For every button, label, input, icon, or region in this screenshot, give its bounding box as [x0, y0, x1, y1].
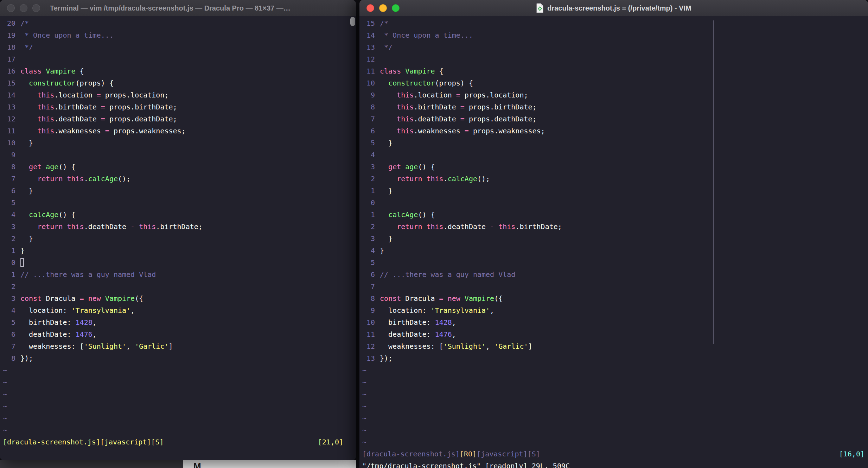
code-line[interactable]: 6// ...there was a guy named Vlad — [359, 268, 868, 280]
code-line[interactable]: 8 get age() { — [0, 161, 356, 173]
scrollbar-thumb[interactable] — [350, 17, 355, 26]
code-text: constructor(props) { — [375, 77, 473, 89]
code-line[interactable]: 0 — [0, 257, 356, 268]
terminal-titlebar[interactable]: Terminal — vim /tmp/dracula-screenshot.j… — [0, 0, 356, 16]
code-text: get age() { — [375, 161, 435, 173]
code-line[interactable]: 9 location: 'Transylvania', — [359, 304, 868, 316]
line-number: 7 — [0, 173, 15, 185]
line-number: 4 — [0, 209, 15, 221]
window-title: dracula-screenshot.js = (/private/tmp) -… — [547, 4, 691, 12]
code-line[interactable]: 7 — [359, 280, 868, 292]
code-line[interactable]: 20/* — [0, 17, 356, 29]
code-line[interactable]: 3const Dracula = new Vampire({ — [0, 292, 356, 304]
code-text: this.weaknesses = props.weaknesses; — [15, 125, 186, 137]
code-lines: 20/*19 * Once upon a time...18 */1716cla… — [0, 17, 356, 436]
line-number: 7 — [359, 280, 375, 292]
code-line[interactable]: 14 this.location = props.location; — [0, 89, 356, 101]
code-line[interactable]: 5 } — [359, 137, 868, 149]
code-text: calcAge() { — [15, 209, 76, 221]
code-line[interactable]: 9 this.location = props.location; — [359, 89, 868, 101]
code-line[interactable]: 12 this.deathDate = props.deathDate; — [0, 113, 356, 125]
code-line[interactable]: 4 calcAge() { — [0, 209, 356, 221]
code-line[interactable]: 17 — [0, 53, 356, 65]
code-line[interactable]: 5 — [0, 197, 356, 209]
terminal-window: Terminal — vim /tmp/dracula-screenshot.j… — [0, 0, 356, 460]
code-line[interactable]: 16class Vampire { — [0, 65, 356, 77]
code-line[interactable]: 11 this.weaknesses = props.weaknesses; — [0, 125, 356, 137]
code-line[interactable]: 3 return this.deathDate - this.birthDate… — [0, 221, 356, 233]
code-line[interactable]: 1} — [0, 245, 356, 257]
status-segment: [dracula-screenshot.js] — [362, 450, 460, 458]
code-line[interactable]: 10 } — [0, 137, 356, 149]
code-line[interactable]: 1// ...there was a guy named Vlad — [0, 268, 356, 280]
code-line[interactable]: 6 deathDate: 1476, — [0, 328, 356, 340]
line-number: 5 — [359, 137, 375, 149]
code-text: } — [375, 245, 384, 257]
code-line[interactable]: 13 this.birthDate = props.birthDate; — [0, 101, 356, 113]
code-line[interactable]: 6 } — [0, 185, 356, 197]
tilde-row: ~ — [0, 412, 356, 424]
code-line[interactable]: 7 weaknesses: ['Sunlight', 'Garlic'] — [0, 340, 356, 352]
code-line[interactable]: 19 * Once upon a time... — [0, 29, 356, 41]
code-line[interactable]: 8const Dracula = new Vampire({ — [359, 292, 868, 304]
code-line[interactable]: 11class Vampire { — [359, 65, 868, 77]
close-button[interactable] — [7, 4, 15, 12]
tilde-row: ~ — [359, 376, 868, 388]
code-text: /* — [15, 17, 29, 29]
code-line[interactable]: 12 — [359, 53, 868, 65]
code-line[interactable]: 2 return this.deathDate - this.birthDate… — [359, 221, 868, 233]
code-line[interactable]: 15 constructor(props) { — [0, 77, 356, 89]
tilde-row: ~ — [359, 412, 868, 424]
code-line[interactable]: 1 calcAge() { — [359, 209, 868, 221]
code-line[interactable]: 3 get age() { — [359, 161, 868, 173]
code-text: birthDate: 1428, — [15, 316, 97, 328]
tilde-row: ~ — [0, 364, 356, 376]
code-lines: 15/*14 * Once upon a time...13 */1211cla… — [359, 17, 868, 448]
code-line[interactable]: 3 } — [359, 233, 868, 245]
macvim-buffer[interactable]: 15/*14 * Once upon a time...13 */1211cla… — [359, 17, 868, 448]
code-line[interactable]: 13 */ — [359, 41, 868, 53]
code-line[interactable]: 1 } — [359, 185, 868, 197]
zoom-button[interactable] — [32, 4, 40, 12]
code-line[interactable]: 15/* — [359, 17, 868, 29]
code-text: weaknesses: ['Sunlight', 'Garlic'] — [375, 340, 532, 352]
line-number: 10 — [0, 137, 15, 149]
code-text: class Vampire { — [375, 65, 443, 77]
code-line[interactable]: 8}); — [0, 352, 356, 364]
code-line[interactable]: 2 — [0, 280, 356, 292]
code-line[interactable]: 5 — [359, 257, 868, 268]
code-line[interactable]: 12 weaknesses: ['Sunlight', 'Garlic'] — [359, 340, 868, 352]
tilde-row: ~ — [359, 424, 868, 436]
code-line[interactable]: 18 */ — [0, 41, 356, 53]
code-text: const Dracula = new Vampire({ — [375, 292, 503, 304]
tilde-row: ~ — [359, 388, 868, 400]
code-text: location: 'Transylvania', — [375, 304, 494, 316]
code-line[interactable]: 2 } — [0, 233, 356, 245]
code-line[interactable]: 13}); — [359, 352, 868, 364]
code-line[interactable]: 11 deathDate: 1476, — [359, 328, 868, 340]
status-segment: [dracula-screenshot.js][javascript][S] — [3, 438, 164, 446]
code-line[interactable]: 7 return this.calcAge(); — [0, 173, 356, 185]
minimize-button[interactable] — [20, 4, 27, 12]
code-line[interactable]: 14 * Once upon a time... — [359, 29, 868, 41]
code-line[interactable]: 10 birthDate: 1428, — [359, 316, 868, 328]
code-line[interactable]: 0 — [359, 197, 868, 209]
code-line[interactable]: 10 constructor(props) { — [359, 77, 868, 89]
statusline-ruler: [16,0] — [839, 448, 868, 460]
code-line[interactable]: 9 — [0, 149, 356, 161]
code-text — [15, 257, 24, 268]
code-line[interactable]: 6 this.weaknesses = props.weaknesses; — [359, 125, 868, 137]
code-text: location: 'Transylvania', — [15, 304, 135, 316]
code-line[interactable]: 7 this.deathDate = props.deathDate; — [359, 113, 868, 125]
code-text — [375, 53, 380, 65]
code-text: } — [15, 185, 33, 197]
macvim-titlebar[interactable]: dracula-screenshot.js = (/private/tmp) -… — [359, 0, 868, 16]
code-line[interactable]: 4 — [359, 149, 868, 161]
code-line[interactable]: 2 return this.calcAge(); — [359, 173, 868, 185]
code-line[interactable]: 8 this.birthDate = props.birthDate; — [359, 101, 868, 113]
code-line[interactable]: 5 birthDate: 1428, — [0, 316, 356, 328]
status-segment: [RO] — [460, 450, 477, 458]
terminal-vim-buffer[interactable]: 20/*19 * Once upon a time...18 */1716cla… — [0, 17, 356, 436]
code-line[interactable]: 4} — [359, 245, 868, 257]
code-line[interactable]: 4 location: 'Transylvania', — [0, 304, 356, 316]
